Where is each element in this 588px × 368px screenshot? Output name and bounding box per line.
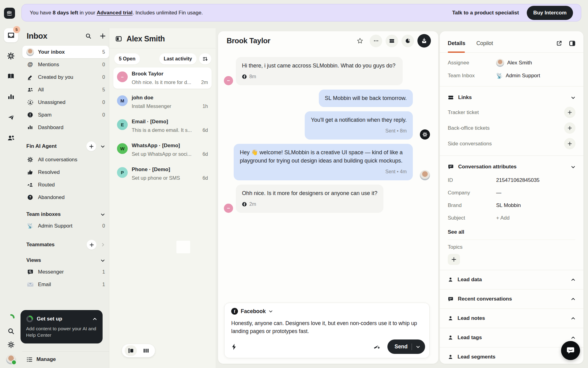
spam-icon [26, 112, 34, 118]
sidebar-item-dashboard[interactable]: Dashboard [22, 121, 109, 134]
rail-inbox-button[interactable]: 5 [4, 28, 18, 42]
open-filter-pill[interactable]: 5 Open [114, 53, 140, 64]
close-conversation-icon[interactable] [417, 34, 431, 48]
send-button[interactable]: Send [387, 339, 425, 354]
conversation-row-email-demo[interactable]: E Email · [Demo] This is a demo email. I… [113, 115, 212, 136]
buy-intercom-button[interactable]: Buy Intercom [527, 6, 573, 20]
mention-icon: @ [26, 61, 34, 68]
conversation-row-john-doe[interactable]: M john doe Install Messenger1h [113, 91, 212, 113]
shortcuts-lightning-icon[interactable] [231, 343, 237, 350]
sidebar-search-icon[interactable] [85, 33, 92, 39]
snooze-icon[interactable]: z [401, 35, 414, 47]
avatar-phone-demo: P [117, 167, 128, 178]
chat-bubble-icon [448, 164, 454, 170]
sidebar-item-email[interactable]: E Email 1 [22, 278, 109, 291]
external-link-icon[interactable] [556, 40, 562, 46]
conversation-row-phone-demo[interactable]: P Phone · [Demo] Set up phone or SMS6d [113, 163, 212, 184]
teammates-chevron-right-icon[interactable] [101, 243, 105, 247]
chevron-up-icon[interactable] [571, 335, 575, 340]
get-set-up-card[interactable]: Get set up Add content to power your AI … [21, 310, 103, 343]
lead-notes-section[interactable]: Lead notes [440, 309, 583, 328]
conversation-attributes-header[interactable]: Conversation attributes [448, 160, 575, 174]
links-chevron-down-icon[interactable] [571, 95, 575, 100]
conversation-row-brook-taylor[interactable]: – Brook Taylor Ohh nice. Is it more for … [113, 67, 212, 89]
lead-tags-section[interactable]: Lead tags [440, 328, 583, 347]
new-conversation-plus-icon[interactable] [100, 33, 106, 39]
list-view-toggle[interactable] [122, 344, 155, 357]
rail-search-icon[interactable] [7, 328, 15, 335]
sidebar-item-mentions[interactable]: @ Mentions 0 [22, 58, 109, 71]
collapse-panel-icon[interactable] [115, 36, 122, 42]
teammates-add-icon[interactable] [87, 240, 96, 250]
sidebar-item-messenger[interactable]: Messenger 1 [22, 266, 109, 278]
setup-progress-icon[interactable] [7, 314, 15, 321]
manage-list-icon [27, 357, 32, 362]
rail-outbound-button[interactable] [4, 110, 18, 125]
avatar-email-demo: E [117, 119, 128, 130]
recent-conversations-section[interactable]: Recent conversations [440, 289, 583, 309]
channel-selector[interactable]: f Facebook [231, 308, 423, 315]
assignee-value[interactable]: Alex Smith [496, 59, 532, 67]
send-options-chevron-icon[interactable] [416, 345, 420, 349]
team-inboxes-section-header[interactable]: Team inboxes [22, 211, 109, 217]
add-back-office-ticket-icon[interactable] [564, 122, 575, 134]
rail-knowledge-button[interactable] [4, 69, 18, 83]
rail-fin-ai-button[interactable] [4, 49, 18, 63]
side-panel-icon[interactable] [569, 40, 575, 47]
add-tracker-ticket-icon[interactable] [564, 107, 575, 118]
rail-settings-gear-icon[interactable] [7, 341, 15, 348]
sidebar-item-resolved[interactable]: Resolved [22, 166, 109, 178]
subject-label: Subject [448, 215, 496, 221]
column-view-icon[interactable] [140, 345, 152, 356]
rail-user-avatar[interactable] [6, 355, 16, 364]
fin-chevron-down-icon[interactable] [100, 144, 105, 149]
lead-data-section[interactable]: Lead data [440, 270, 583, 289]
sidebar-item-routed[interactable]: Routed [22, 178, 109, 191]
talk-to-specialist-link[interactable]: Talk to a product specialist [452, 10, 519, 16]
sidebar-item-all[interactable]: All 5 [22, 83, 109, 96]
advanced-trial-link[interactable]: Advanced trial [97, 10, 133, 16]
setup-chevron-up-icon[interactable] [92, 317, 97, 321]
chevron-up-icon[interactable] [571, 278, 575, 282]
tab-details[interactable]: Details [448, 40, 465, 47]
left-rail-bottom [0, 314, 22, 364]
sidebar-item-created-by-you[interactable]: Created by you 0 [22, 71, 109, 83]
sidebar-item-admin-support[interactable]: 📡 Admin Support 0 [22, 220, 109, 232]
sidebar-item-abandoned[interactable]: ? Abandoned [22, 191, 109, 204]
more-options-icon[interactable] [370, 35, 382, 47]
manage-button[interactable]: Manage [22, 351, 109, 367]
rail-reports-button[interactable] [4, 90, 18, 104]
team-inboxes-chevron-down-icon[interactable] [100, 212, 105, 217]
add-topic-button[interactable] [448, 254, 460, 265]
views-section-header[interactable]: Views [22, 257, 109, 263]
tab-copilot[interactable]: Copilot [476, 40, 493, 47]
sidebar-item-your-inbox[interactable]: Your inbox 5 [22, 46, 109, 58]
conversation-row-whatsapp-demo[interactable]: W WhatsApp · [Demo] Set up WhatsApp or s… [113, 139, 212, 160]
see-all-link[interactable]: See all [448, 229, 575, 235]
sidebar-item-unassigned[interactable]: Unassigned 0 [22, 96, 109, 109]
sidebar-item-all-conversations[interactable]: All conversations [22, 153, 109, 166]
intercom-launcher-button[interactable] [561, 341, 580, 360]
sort-order-pill[interactable]: Last activity [159, 53, 197, 64]
reply-composer[interactable]: f Facebook Honestly, anyone can. Designe… [224, 303, 430, 358]
links-section-header[interactable]: Links [448, 90, 575, 105]
attributes-chevron-down-icon[interactable] [571, 165, 575, 169]
split-view-icon[interactable] [125, 345, 137, 356]
fin-ai-agent-section-header[interactable]: Fin AI Agent [22, 141, 109, 151]
subject-add-button[interactable]: + Add [496, 215, 510, 221]
views-chevron-down-icon[interactable] [100, 258, 105, 263]
composer-input[interactable]: Honestly, anyone can. Designers love it,… [231, 319, 423, 335]
chevron-up-icon[interactable] [571, 316, 575, 321]
sort-direction-icon[interactable] [199, 53, 211, 64]
sidebar-item-spam[interactable]: Spam 0 [22, 109, 109, 121]
add-side-conversation-icon[interactable] [564, 138, 575, 149]
ai-compose-icon[interactable] [373, 343, 381, 350]
chevron-up-icon[interactable] [571, 297, 575, 301]
star-icon[interactable] [354, 35, 366, 47]
team-inbox-value[interactable]: 📡 Admin Support [496, 73, 540, 79]
teammates-section-header[interactable]: Teammates [22, 240, 109, 250]
rail-contacts-button[interactable] [4, 131, 18, 145]
avatar-whatsapp-demo: W [117, 143, 128, 154]
fin-add-icon[interactable] [86, 141, 96, 151]
ticket-icon[interactable] [386, 35, 398, 47]
